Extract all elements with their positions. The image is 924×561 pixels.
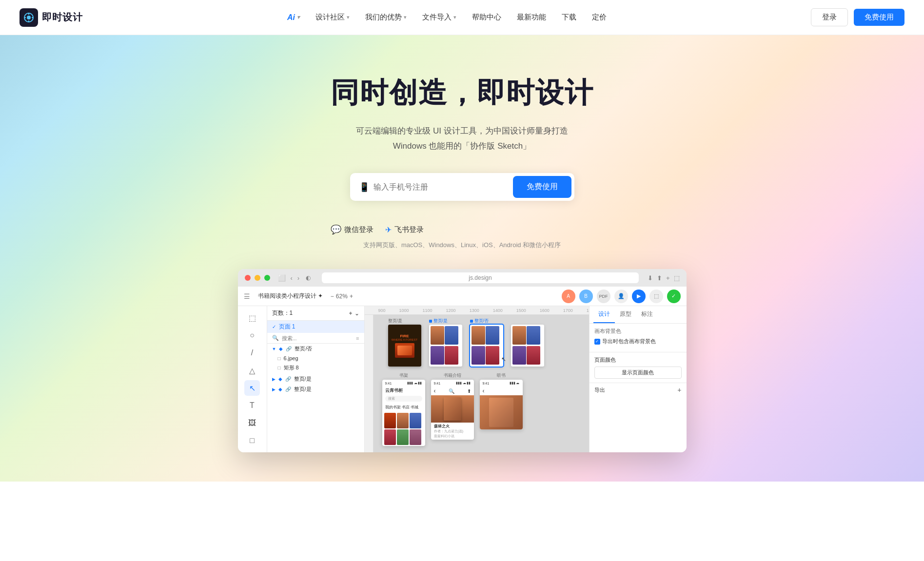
phone-detail-wrapper: 书籍介绍 9:41 ▮▮▮ ☁ ▮▮ ‹ 🔍 bbox=[431, 372, 474, 446]
cursor-icon: ↖ bbox=[501, 356, 506, 363]
browser-dot-red[interactable] bbox=[245, 275, 251, 281]
zoom-minus-icon[interactable]: − bbox=[331, 293, 334, 300]
zoom-plus-icon[interactable]: + bbox=[350, 293, 353, 300]
layer-link-icon: 🔗 bbox=[286, 346, 292, 351]
phone-label-audio: 听书 bbox=[480, 372, 523, 379]
layer-expand-icon-4: ▶ bbox=[272, 387, 275, 392]
sidebar-rect-icon[interactable]: □ bbox=[244, 433, 260, 448]
layer-component-icon: ◆ bbox=[279, 346, 283, 351]
nav-community[interactable]: 设计社区 ▾ bbox=[315, 13, 350, 22]
phone-input[interactable] bbox=[374, 183, 507, 192]
page-collapse-button[interactable]: ⌄ bbox=[354, 310, 359, 317]
layer-item-4[interactable]: ▶ ◆ 🔗 整页/是 bbox=[267, 384, 364, 394]
sidebar-circle-icon[interactable]: ○ bbox=[244, 328, 260, 343]
sidebar-pen-icon[interactable]: / bbox=[244, 345, 260, 361]
tab-annotation[interactable]: 标注 bbox=[636, 306, 658, 323]
canvas-bg-label: 画布背景色 bbox=[594, 328, 682, 335]
layer-expand-icon-3: ▶ bbox=[272, 377, 275, 382]
browser-url[interactable]: js.design bbox=[322, 272, 639, 283]
layer-item-1[interactable]: □ 6.jpeg bbox=[267, 354, 364, 363]
nav-import[interactable]: 文件导入 ▾ bbox=[422, 13, 456, 22]
browser-dot-yellow[interactable] bbox=[255, 275, 260, 281]
nav-help[interactable]: 帮助中心 bbox=[472, 13, 501, 22]
zoom-control: − 62% + bbox=[331, 293, 353, 300]
tab-design[interactable]: 设计 bbox=[593, 306, 615, 323]
hamburger-icon[interactable]: ☰ bbox=[244, 292, 250, 300]
canvas-area: 900 1000 1100 1200 1300 1400 1500 1600 1… bbox=[365, 306, 589, 452]
fire-book-frame: FIRE WHERE A FOREST bbox=[388, 325, 421, 367]
sidebar-cursor-icon[interactable]: ↖ bbox=[244, 380, 260, 396]
hero-subtitle: 可云端编辑的专业级 UI 设计工具，为中国设计师量身打造 Windows 也能用… bbox=[331, 124, 594, 154]
nav-download[interactable]: 下载 bbox=[562, 13, 576, 22]
sidebar-text-icon[interactable]: T bbox=[244, 398, 260, 413]
frame-label-2: 整页/否 bbox=[470, 318, 489, 324]
free-button[interactable]: 免费使用 bbox=[854, 9, 904, 26]
canvas-bg-section: 画布背景色 ✓ 导出时包含画布背景色 bbox=[590, 324, 687, 352]
page-name: 页面 1 bbox=[279, 323, 295, 331]
layer-item-0[interactable]: ▼ ◆ 🔗 整页/否 bbox=[267, 344, 364, 354]
project-name[interactable]: 书籍阅读类小程序设计 ✦ bbox=[258, 292, 323, 300]
layer-name-1: 6.jpeg bbox=[284, 355, 298, 361]
sidebar-frame-icon[interactable]: ⬚ bbox=[244, 310, 260, 326]
wechat-icon: 💬 bbox=[331, 224, 341, 235]
nav-advantages[interactable]: 我们的优势 ▾ bbox=[365, 13, 407, 22]
layer-rect-icon-1: □ bbox=[278, 356, 281, 361]
export-bg-checkbox-row[interactable]: ✓ 导出时包含画布背景色 bbox=[594, 338, 682, 345]
user-icon[interactable]: 👤 bbox=[614, 290, 628, 303]
layout-icon[interactable]: ⬚ bbox=[649, 290, 663, 303]
play-icon[interactable]: ▶ bbox=[632, 290, 646, 303]
back-icon[interactable]: ‹ bbox=[291, 274, 293, 282]
phone-label-detail: 书籍介绍 bbox=[431, 372, 474, 379]
pdf-icon[interactable]: PDF bbox=[597, 290, 610, 303]
phone-bookshelf: 9:41 ▮▮▮ ☁ ▮▮ 云库书柜 搜索 我的书架 书店 书城 bbox=[382, 380, 425, 446]
frame-wrapper-fire: 整页/是 FIRE WHERE A FOREST bbox=[388, 325, 421, 367]
sidebar-triangle-icon[interactable]: △ bbox=[244, 363, 260, 378]
page-color-section: 页面颜色 显示页面颜色 bbox=[590, 352, 687, 383]
layer-name-3: 整页/是 bbox=[294, 375, 312, 383]
layer-item-3[interactable]: ▶ ◆ 🔗 整页/是 bbox=[267, 374, 364, 384]
brightness-icon: ◐ bbox=[306, 274, 311, 281]
book-group-frame-3 bbox=[511, 325, 544, 367]
layer-search-input[interactable] bbox=[282, 335, 354, 341]
wechat-login-button[interactable]: 💬 微信登录 bbox=[331, 224, 374, 235]
hero-free-button[interactable]: 免费使用 bbox=[513, 176, 571, 198]
nav-newfeature[interactable]: 最新功能 bbox=[517, 13, 546, 22]
filter-icon[interactable]: ≡ bbox=[356, 335, 359, 341]
check-icon[interactable]: ✓ bbox=[667, 290, 681, 303]
pages-label: 页数：1 bbox=[272, 309, 293, 317]
canvas-content: 整页/是 FIRE WHERE A FOREST bbox=[374, 315, 589, 452]
share-icon[interactable]: ⬆ bbox=[657, 274, 662, 282]
layer-component-icon-4: ◆ bbox=[278, 387, 282, 392]
sidebar-image-icon[interactable]: 🖼 bbox=[244, 415, 260, 431]
checkbox-icon: ✓ bbox=[594, 339, 600, 345]
phone-label-bookshelf: 书架 bbox=[382, 372, 425, 379]
download-icon[interactable]: ⬇ bbox=[648, 274, 653, 282]
toolbar-icons: A B PDF 👤 ▶ ⬚ ✓ bbox=[562, 290, 681, 303]
feishu-login-button[interactable]: ✈ 飞书登录 bbox=[385, 225, 424, 234]
page-item[interactable]: ✓ 页面 1 bbox=[267, 321, 364, 333]
layer-name-0: 整页/否 bbox=[295, 345, 312, 352]
tab-prototype[interactable]: 原型 bbox=[615, 306, 636, 323]
login-button[interactable]: 登录 bbox=[811, 8, 848, 26]
export-add-button[interactable]: + bbox=[677, 386, 681, 394]
page-color-button[interactable]: 显示页面颜色 bbox=[594, 367, 682, 379]
advantages-arrow-icon: ▾ bbox=[404, 14, 407, 20]
frame-wrapper-group1: 整页/是 bbox=[429, 325, 462, 367]
frame-label-0: 整页/是 bbox=[388, 318, 403, 324]
layer-item-2[interactable]: □ 矩形 8 bbox=[267, 363, 364, 373]
layer-collapse-icon: ▼ bbox=[272, 347, 276, 351]
tab-overview-icon[interactable]: ⬚ bbox=[674, 274, 680, 282]
svg-point-1 bbox=[27, 16, 31, 19]
layer-rect-icon-2: □ bbox=[278, 365, 281, 370]
page-add-button[interactable]: + bbox=[349, 310, 352, 317]
window-icon[interactable]: ⬜ bbox=[278, 274, 286, 282]
zoom-value[interactable]: 62% bbox=[336, 293, 348, 300]
hero-title: 同时创造，即时设计 bbox=[331, 74, 594, 112]
browser-dot-green[interactable] bbox=[264, 275, 270, 281]
add-tab-icon[interactable]: + bbox=[666, 274, 670, 282]
nav-pricing[interactable]: 定价 bbox=[592, 13, 607, 22]
page-check-icon: ✓ bbox=[272, 324, 276, 329]
canvas-ruler-left bbox=[365, 315, 374, 452]
forward-icon[interactable]: › bbox=[297, 274, 299, 282]
nav-ai[interactable]: Ai ▾ bbox=[287, 13, 300, 22]
